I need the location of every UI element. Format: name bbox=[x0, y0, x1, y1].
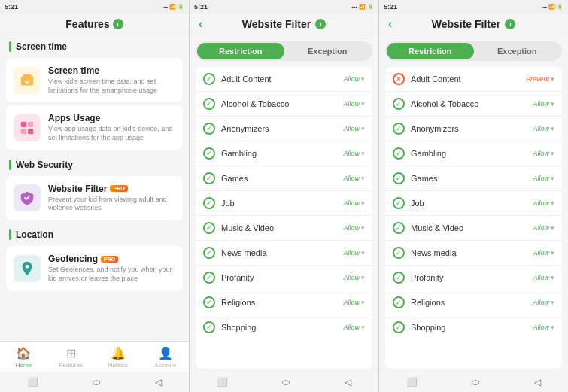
info-icon-right[interactable]: i bbox=[505, 19, 515, 29]
status-bar-right: 5:21 ▪▪▪ 📶 🔋 bbox=[379, 0, 568, 14]
android-circle-left[interactable]: ⬭ bbox=[87, 375, 106, 389]
chevron-adult-right: ▾ bbox=[551, 75, 554, 83]
menu-item-apps-usage[interactable]: Apps Usage View app usage data on kid's … bbox=[6, 105, 183, 150]
website-filter-title-right: Website Filter bbox=[432, 18, 501, 30]
tab-restriction-right[interactable]: Restriction bbox=[387, 43, 474, 59]
filter-name-gambling-right: Gambling bbox=[411, 149, 533, 158]
filter-anon-right[interactable]: ✓ Anonymizers Allow ▾ bbox=[385, 117, 562, 141]
tab-restriction-mid[interactable]: Restriction bbox=[197, 43, 284, 59]
menu-item-screen-time[interactable]: Screen time View kid's screen time data,… bbox=[6, 58, 183, 102]
tab-exception-mid[interactable]: Exception bbox=[284, 43, 372, 59]
nav-home[interactable]: 🏠 Home bbox=[0, 342, 47, 372]
filter-name-alcohol-right: Alcohol & Tobacco bbox=[411, 99, 533, 108]
filter-anon-mid[interactable]: ✓ Anonymizers Allow ▾ bbox=[196, 117, 372, 141]
check-adult-right: ✕ bbox=[393, 73, 405, 85]
menu-item-website-filter[interactable]: Website Filter PRO Prevent your kid from… bbox=[6, 176, 183, 220]
filter-religions-mid[interactable]: ✓ Religions Allow ▾ bbox=[196, 290, 372, 315]
filter-gambling-mid[interactable]: ✓ Gambling Allow ▾ bbox=[196, 141, 372, 166]
chevron-games-right: ▾ bbox=[551, 175, 554, 182]
chevron-shopping-right: ▾ bbox=[551, 324, 554, 331]
back-arrow-mid[interactable]: ‹ bbox=[199, 17, 202, 31]
chevron-adult-mid: ▾ bbox=[361, 75, 365, 83]
filter-action-job-right: Allow bbox=[533, 199, 549, 207]
filter-name-news-right: News media bbox=[411, 248, 533, 257]
filter-action-games-mid: Allow bbox=[343, 175, 360, 182]
mid-panel: 5:21 ▪▪▪ 📶 🔋 ‹ Website Filter i Restrict… bbox=[190, 0, 379, 392]
android-back-right[interactable]: ◁ bbox=[528, 375, 547, 389]
check-gambling-right: ✓ bbox=[393, 147, 405, 160]
filter-profanity-mid[interactable]: ✓ Profanity Allow ▾ bbox=[196, 266, 372, 290]
back-arrow-right[interactable]: ‹ bbox=[388, 17, 392, 31]
check-games-right: ✓ bbox=[393, 172, 405, 184]
filter-adult-right[interactable]: ✕ Adult Content Prevent ▾ bbox=[385, 67, 562, 92]
filter-name-job-mid: Job bbox=[221, 199, 343, 208]
filter-action-anon-mid: Allow bbox=[343, 125, 360, 132]
svg-point-9 bbox=[26, 265, 29, 269]
apps-usage-desc: View app usage data on kid's device, and… bbox=[48, 125, 175, 142]
pro-badge-filter: PRO bbox=[110, 185, 127, 192]
info-icon-features[interactable]: i bbox=[113, 19, 123, 29]
filter-games-right[interactable]: ✓ Games Allow ▾ bbox=[385, 166, 562, 191]
filter-action-music-right: Allow bbox=[533, 224, 549, 232]
check-games-mid: ✓ bbox=[203, 172, 215, 184]
website-filter-text: Website Filter PRO Prevent your kid from… bbox=[48, 184, 175, 213]
filter-adult-mid[interactable]: ✓ Adult Content Allow ▾ bbox=[196, 67, 372, 92]
filter-religions-right[interactable]: ✓ Religions Allow ▾ bbox=[385, 290, 562, 315]
filter-action-religions-mid: Allow bbox=[343, 299, 360, 306]
android-circle-right[interactable]: ⬭ bbox=[466, 375, 485, 389]
filter-alcohol-right[interactable]: ✓ Alcohol & Tobacco Allow ▾ bbox=[385, 92, 562, 117]
filter-shopping-mid[interactable]: ✓ Shopping Allow ▾ bbox=[196, 315, 372, 339]
filter-action-adult-mid: Allow bbox=[343, 75, 360, 83]
filter-job-mid[interactable]: ✓ Job Allow ▾ bbox=[196, 191, 372, 216]
filter-shopping-right[interactable]: ✓ Shopping Allow ▾ bbox=[385, 315, 562, 339]
screen-time-desc: View kid's screen time data, and set lim… bbox=[48, 77, 175, 95]
section-screen-time: Screen time bbox=[0, 35, 189, 55]
chevron-alcohol-mid: ▾ bbox=[361, 100, 365, 108]
filter-music-right[interactable]: ✓ Music & Video Allow ▾ bbox=[385, 216, 562, 241]
nav-account[interactable]: 👤 Account bbox=[141, 342, 189, 372]
android-circle-mid[interactable]: ⬭ bbox=[276, 375, 296, 389]
screen-time-text: Screen time View kid's screen time data,… bbox=[48, 65, 175, 95]
filter-action-games-right: Allow bbox=[533, 175, 549, 182]
filter-tabs-mid: Restriction Exception bbox=[196, 41, 372, 61]
filter-name-adult-mid: Adult Content bbox=[221, 74, 343, 84]
status-time-right: 5:21 bbox=[384, 3, 397, 11]
filter-music-mid[interactable]: ✓ Music & Video Allow ▾ bbox=[196, 216, 372, 241]
apps-usage-text: Apps Usage View app usage data on kid's … bbox=[48, 113, 175, 142]
android-square-mid[interactable]: ⬜ bbox=[211, 375, 234, 389]
filter-news-mid[interactable]: ✓ News media Allow ▾ bbox=[196, 241, 372, 266]
filter-games-mid[interactable]: ✓ Games Allow ▾ bbox=[196, 166, 372, 191]
tab-exception-right[interactable]: Exception bbox=[474, 43, 561, 59]
android-back-mid[interactable]: ◁ bbox=[339, 375, 357, 389]
chevron-profanity-mid: ▾ bbox=[361, 274, 365, 281]
check-shopping-mid: ✓ bbox=[203, 321, 215, 333]
filter-tabs-right: Restriction Exception bbox=[385, 41, 562, 61]
filter-gambling-right[interactable]: ✓ Gambling Allow ▾ bbox=[385, 141, 562, 166]
android-back-left[interactable]: ◁ bbox=[149, 375, 168, 389]
screen-time-title: Screen time bbox=[48, 65, 175, 76]
filter-news-right[interactable]: ✓ News media Allow ▾ bbox=[385, 241, 562, 266]
filter-alcohol-mid[interactable]: ✓ Alcohol & Tobacco Allow ▾ bbox=[196, 92, 372, 117]
filter-job-right[interactable]: ✓ Job Allow ▾ bbox=[385, 191, 562, 216]
filter-action-anon-right: Allow bbox=[533, 125, 549, 132]
android-square-right[interactable]: ⬜ bbox=[400, 375, 424, 389]
svg-rect-1 bbox=[23, 74, 32, 77]
android-square-left[interactable]: ⬜ bbox=[21, 375, 44, 389]
section-location: Location bbox=[0, 223, 189, 243]
check-gambling-mid: ✓ bbox=[203, 147, 215, 160]
features-title: Features bbox=[65, 18, 109, 30]
filter-name-games-right: Games bbox=[411, 174, 533, 183]
chevron-news-right: ▾ bbox=[551, 249, 554, 257]
features-header: Features i bbox=[0, 14, 189, 35]
check-music-mid: ✓ bbox=[203, 222, 215, 234]
nav-features[interactable]: ⊞ Features bbox=[47, 342, 95, 372]
filter-profanity-right[interactable]: ✓ Profanity Allow ▾ bbox=[385, 266, 562, 290]
menu-item-geofencing[interactable]: Geofencing PRO Set Geofences, and notify… bbox=[6, 246, 183, 290]
android-nav-left: ⬜ ⬭ ◁ bbox=[0, 372, 189, 392]
filter-name-music-right: Music & Video bbox=[411, 223, 533, 232]
check-job-right: ✓ bbox=[393, 197, 405, 209]
info-icon-mid[interactable]: i bbox=[315, 19, 326, 29]
svg-rect-8 bbox=[28, 129, 33, 134]
chevron-news-mid: ▾ bbox=[361, 249, 365, 257]
nav-notifics[interactable]: 🔔 Notifics bbox=[95, 342, 142, 372]
